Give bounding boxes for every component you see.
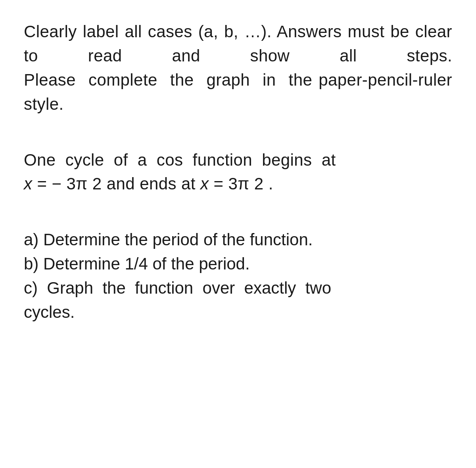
intro-section: Clearly label all cases (a, b, …). Answe…	[24, 20, 452, 117]
question-b: b) Determine 1/4 of the period.	[24, 252, 452, 276]
problem-section: One cycle of a cos function begins at x …	[24, 148, 452, 197]
problem-text: One cycle of a cos function begins at x …	[24, 148, 452, 197]
questions-section: a) Determine the period of the function.…	[24, 228, 452, 325]
content-wrapper: Clearly label all cases (a, b, …). Answe…	[24, 20, 452, 325]
question-a: a) Determine the period of the function.	[24, 228, 452, 252]
equation-line: x = − 3π 2 and ends at x = 3π 2 .	[24, 174, 273, 193]
question-c-continued: cycles.	[24, 300, 452, 325]
question-c: c) Graph the function over exactly two	[24, 276, 452, 300]
intro-text: Clearly label all cases (a, b, …). Answe…	[24, 20, 452, 117]
